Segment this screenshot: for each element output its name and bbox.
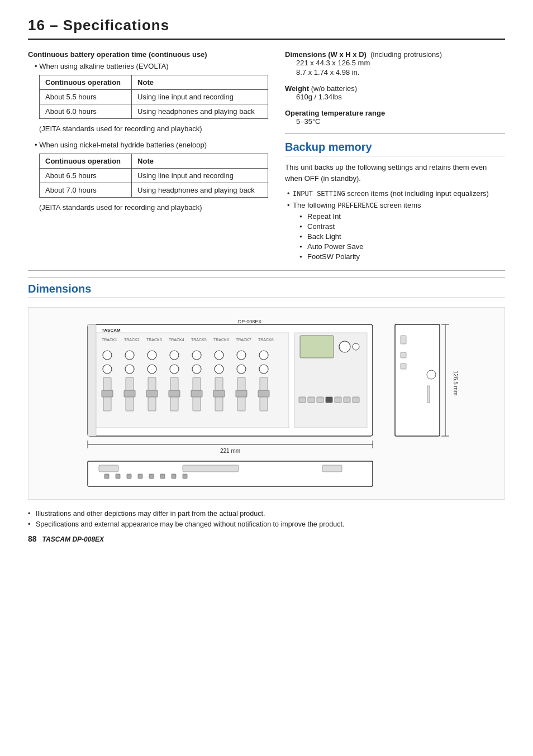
table2-col2-header: Note [132,154,268,169]
backup-sublist-item: Auto Power Save [299,242,505,251]
svg-rect-50 [335,397,341,403]
backup-sublist-item: Contrast [299,222,505,231]
table-row: About 5.5 hoursUsing line input and reco… [40,90,268,104]
svg-text:TRACK4: TRACK4 [169,338,184,342]
svg-text:221 mm: 221 mm [220,448,240,454]
svg-point-17 [259,351,268,360]
svg-rect-71 [322,465,342,472]
svg-rect-41 [258,390,269,397]
temp-value: 5–35°C [296,117,505,126]
svg-rect-70 [183,465,239,472]
svg-rect-1 [93,333,289,428]
svg-text:126.5 mm: 126.5 mm [453,371,459,395]
svg-rect-36 [146,390,158,397]
table2-note: Using headphones and playing back [132,183,268,198]
footnote-2: Specifications and external appearance m… [28,520,505,528]
monospace-text: PREFERENCE [337,202,378,210]
jeita-note-1: (JEITA standards used for recording and … [39,125,268,133]
svg-rect-43 [300,336,334,358]
page-footer: 88 TASCAM DP-008EX [28,534,104,543]
svg-text:TRACK5: TRACK5 [191,338,207,342]
svg-rect-73 [116,474,120,479]
svg-rect-60 [401,352,406,358]
table2-op: About 6.5 hours [40,169,132,183]
table1-col2-header: Note [132,75,268,90]
main-divider [28,270,505,271]
table1-note: Using headphones and playing back [132,104,268,119]
backup-list-item: INPUT SETTING screen items (not includin… [287,189,505,198]
backup-list: INPUT SETTING screen items (not includin… [287,189,505,261]
dimensions-section: Dimensions TRACK1 TRACK2 TRACK3 TRACK4 T… [28,277,505,500]
table-row: About 6.0 hoursUsing headphones and play… [40,104,268,119]
svg-rect-40 [236,390,247,397]
svg-point-21 [170,365,179,374]
table1-note: Using line input and recording [132,90,268,104]
footnotes: Illustrations and other depictions may d… [28,510,505,528]
svg-point-19 [125,365,134,374]
svg-point-10 [103,351,112,360]
svg-point-15 [215,351,223,360]
left-column: Continuous battery operation time (conti… [28,50,268,264]
weight-value: 610g / 1.34lbs [296,93,505,101]
dimensions-in: 8.7 x 1.74 x 4.98 in. [296,68,505,76]
page-content: 16 – Specifications Continuous battery o… [0,0,533,553]
svg-text:TRACK6: TRACK6 [213,338,229,342]
svg-point-14 [192,351,201,360]
svg-rect-46 [299,397,306,403]
dimensions-section-title: Dimensions [28,283,505,298]
svg-rect-49 [326,397,332,403]
footnote-1: Illustrations and other depictions may d… [28,510,505,518]
table2-note: Using line input and recording [132,169,268,183]
svg-rect-76 [149,474,154,479]
nickel-heading: When using nickel-metal hydride batterie… [35,141,268,149]
right-divider [285,133,505,134]
svg-rect-51 [344,397,350,403]
table1-col1-header: Continuous operation [40,75,132,90]
svg-rect-79 [183,474,187,479]
svg-rect-39 [213,390,225,397]
svg-point-18 [103,365,112,374]
svg-point-45 [353,343,359,350]
weight-note: (w/o batteries) [311,84,357,93]
svg-rect-34 [102,390,113,397]
jeita-note-2: (JEITA standards used for recording and … [39,203,268,212]
svg-rect-53 [88,324,96,436]
svg-rect-63 [427,386,430,403]
alkaline-table: Continuous operation Note About 5.5 hour… [39,75,268,119]
table2-op: About 7.0 hours [40,183,132,198]
battery-section-heading: Continuous battery operation time (conti… [28,50,268,59]
svg-point-25 [259,365,268,374]
svg-rect-61 [401,363,406,369]
backup-sublist-item: Back Light [299,232,505,241]
brand-model: TASCAM DP-008EX [42,535,104,543]
table2-col1-header: Continuous operation [40,154,132,169]
temp-spec: Operating temperature range 5–35°C [285,109,505,126]
svg-point-13 [170,351,179,360]
svg-text:TRACK3: TRACK3 [146,338,162,342]
temp-label: Operating temperature range [285,109,385,117]
svg-text:TRACK2: TRACK2 [124,338,140,342]
svg-rect-69 [99,465,118,472]
table1-op: About 6.0 hours [40,104,132,119]
backup-intro: This unit backs up the following setting… [285,162,505,184]
backup-sublist-item: Repeat Int [299,212,505,221]
svg-point-23 [215,365,223,374]
table-row: About 6.5 hoursUsing line input and reco… [40,169,268,183]
svg-rect-72 [104,474,109,479]
backup-list-item: The following PREFERENCE screen itemsRep… [287,201,505,261]
dimensions-label: Dimensions (W x H x D) [285,50,367,59]
weight-spec: Weight (w/o batteries) 610g / 1.34lbs [285,84,505,101]
page-number: 88 [28,534,37,543]
svg-text:TRACK1: TRACK1 [102,338,117,342]
device-svg: TRACK1 TRACK2 TRACK3 TRACK4 TRACK5 TRACK… [71,313,462,492]
dimensions-spec: Dimensions (W x H x D) (including protru… [285,50,505,76]
svg-rect-75 [138,474,142,479]
weight-label: Weight [285,84,309,93]
svg-rect-59 [401,336,406,344]
svg-point-16 [237,351,246,360]
svg-point-11 [125,351,134,360]
backup-title: Backup memory [285,141,505,156]
svg-rect-78 [172,474,176,479]
svg-point-24 [237,365,246,374]
svg-point-22 [192,365,201,374]
